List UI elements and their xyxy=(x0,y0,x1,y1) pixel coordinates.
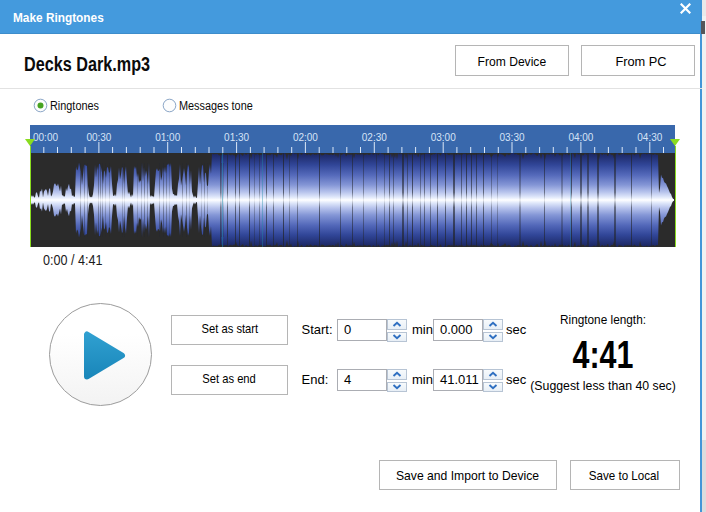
svg-text:02:30: 02:30 xyxy=(362,132,387,143)
svg-text:04:00: 04:00 xyxy=(568,132,593,143)
svg-text:04:30: 04:30 xyxy=(637,132,662,143)
svg-text:01:30: 01:30 xyxy=(224,132,249,143)
svg-text:01:00: 01:00 xyxy=(155,132,180,143)
svg-text:02:00: 02:00 xyxy=(293,132,318,143)
svg-text:03:30: 03:30 xyxy=(499,132,524,143)
svg-text:00:30: 00:30 xyxy=(86,132,111,143)
svg-text:03:00: 03:00 xyxy=(431,132,456,143)
svg-text:00:00: 00:00 xyxy=(33,132,58,143)
